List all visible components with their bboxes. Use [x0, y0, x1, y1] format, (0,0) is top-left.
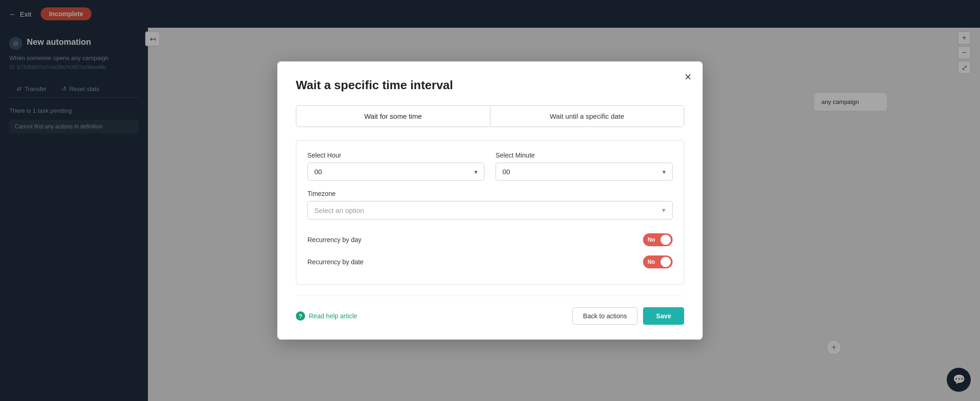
- hour-group: Select Hour 00 ▾: [307, 152, 484, 181]
- recurrency-date-toggle-knob: [661, 257, 671, 267]
- modal-title: Wait a specific time interval: [296, 78, 684, 92]
- help-icon: ?: [296, 311, 305, 321]
- save-button[interactable]: Save: [643, 307, 684, 325]
- back-to-actions-button[interactable]: Back to actions: [572, 307, 637, 325]
- timezone-label: Timezone: [307, 190, 673, 197]
- recurrency-date-label: Recurrency by date: [307, 258, 363, 266]
- recurrency-day-label: Recurrency by day: [307, 236, 361, 243]
- hour-value: 00: [314, 168, 322, 176]
- time-row: Select Hour 00 ▾ Select Minute 00 ▾: [307, 152, 673, 181]
- footer-buttons: Back to actions Save: [572, 307, 684, 325]
- tab-wait-specific-date[interactable]: Wait until a specific date: [490, 106, 684, 127]
- minute-label: Select Minute: [496, 152, 673, 159]
- modal-tab-switcher: Wait for some time Wait until a specific…: [296, 105, 684, 127]
- recurrency-day-toggle[interactable]: No: [643, 233, 673, 246]
- modal-overlay: Wait a specific time interval × Wait for…: [0, 0, 980, 401]
- minute-select[interactable]: 00 ▾: [496, 163, 673, 181]
- hour-label: Select Hour: [307, 152, 484, 159]
- timezone-placeholder: Select an option: [314, 207, 364, 214]
- recurrency-day-row: Recurrency by day No: [307, 229, 673, 251]
- recurrency-date-row: Recurrency by date No: [307, 251, 673, 273]
- modal-dialog: Wait a specific time interval × Wait for…: [277, 61, 703, 340]
- minute-group: Select Minute 00 ▾: [496, 152, 673, 181]
- help-article-link[interactable]: ? Read help article: [296, 311, 357, 321]
- timezone-select[interactable]: Select an option ▾: [307, 201, 673, 219]
- modal-close-button[interactable]: ×: [685, 71, 692, 83]
- recurrency-date-toggle[interactable]: No: [643, 255, 673, 268]
- help-link-label: Read help article: [309, 312, 357, 320]
- modal-footer: ? Read help article Back to actions Save: [296, 307, 684, 325]
- form-section: Select Hour 00 ▾ Select Minute 00 ▾ Time…: [296, 140, 684, 285]
- timezone-chevron-icon: ▾: [662, 206, 666, 214]
- hour-chevron-icon: ▾: [474, 168, 478, 176]
- spacer: [307, 219, 673, 229]
- recurrency-day-toggle-knob: [661, 235, 671, 245]
- recurrency-date-toggle-label: No: [648, 259, 655, 265]
- timezone-group: Timezone Select an option ▾: [307, 190, 673, 219]
- tab-wait-some-time[interactable]: Wait for some time: [296, 106, 490, 127]
- minute-chevron-icon: ▾: [662, 168, 666, 176]
- minute-value: 00: [502, 168, 510, 176]
- modal-divider: [296, 296, 684, 296]
- hour-select[interactable]: 00 ▾: [307, 163, 484, 181]
- recurrency-day-toggle-label: No: [648, 237, 655, 243]
